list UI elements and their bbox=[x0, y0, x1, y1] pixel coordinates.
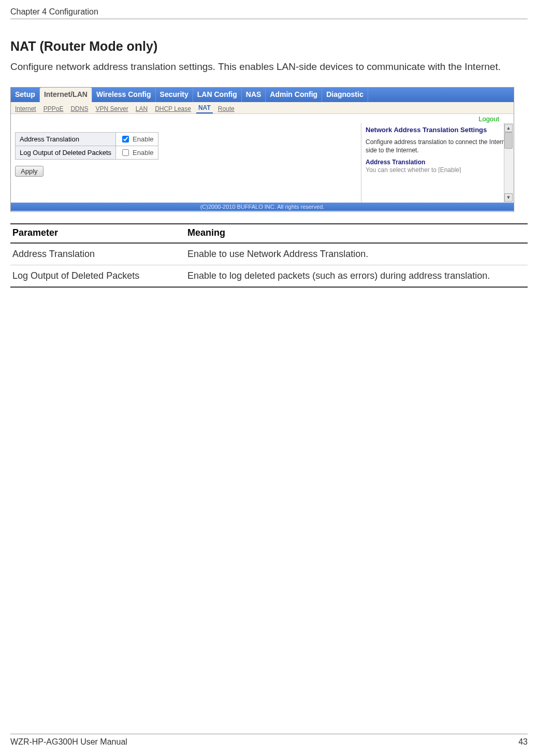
subtab-ddns[interactable]: DDNS bbox=[68, 105, 90, 113]
tab-nas[interactable]: NAS bbox=[242, 88, 266, 102]
subtab-internet[interactable]: Internet bbox=[13, 105, 38, 113]
scroll-thumb[interactable] bbox=[504, 132, 513, 149]
table-row: Address Translation Enable bbox=[16, 132, 158, 146]
tab-diagnostic[interactable]: Diagnostic bbox=[322, 88, 368, 102]
header-chapter: Chapter 4 Configuration bbox=[10, 0, 528, 19]
subtab-route[interactable]: Route bbox=[216, 105, 237, 113]
subtab-pppoe[interactable]: PPPoE bbox=[41, 105, 66, 113]
table-row: Log Output of Deleted Packets Enable to … bbox=[10, 265, 528, 287]
checkbox-label: Enable bbox=[133, 135, 153, 143]
logout-link[interactable]: Logout bbox=[478, 115, 499, 123]
subtab-lan[interactable]: LAN bbox=[134, 105, 150, 113]
table-row: Address Translation Enable to use Networ… bbox=[10, 243, 528, 265]
apply-button[interactable]: Apply bbox=[15, 166, 43, 177]
help-title: Network Address Translation Settings bbox=[366, 126, 512, 134]
scrollbar[interactable]: ▲ ▼ bbox=[504, 123, 514, 203]
tab-setup[interactable]: Setup bbox=[11, 88, 40, 102]
setting-label: Address Translation bbox=[16, 132, 116, 146]
checkbox-label: Enable bbox=[133, 149, 153, 156]
table-row: Log Output of Deleted Packets Enable bbox=[16, 146, 158, 159]
footer-manual: WZR-HP-AG300H User Manual bbox=[10, 737, 127, 747]
tab-internet-lan[interactable]: Internet/LAN bbox=[40, 88, 92, 102]
settings-table: Address Translation Enable Log Output of… bbox=[15, 132, 158, 160]
meaning-header: Meaning bbox=[185, 224, 528, 243]
meaning-cell: Enable to log deleted packets (such as e… bbox=[185, 265, 528, 287]
tab-security[interactable]: Security bbox=[156, 88, 193, 102]
setting-label: Log Output of Deleted Packets bbox=[16, 146, 116, 159]
tab-lan-config[interactable]: LAN Config bbox=[193, 88, 242, 102]
scroll-down-icon[interactable]: ▼ bbox=[504, 193, 513, 202]
meaning-cell: Enable to use Network Address Translatio… bbox=[185, 243, 528, 265]
param-cell: Address Translation bbox=[10, 243, 185, 265]
tab-wireless-config[interactable]: Wireless Config bbox=[92, 88, 156, 102]
log-output-checkbox[interactable] bbox=[122, 149, 129, 156]
param-header: Parameter bbox=[10, 224, 185, 243]
section-title: NAT (Router Mode only) bbox=[10, 39, 528, 54]
help-body: Configure address translation to connect… bbox=[366, 138, 512, 154]
help-subheading: Address Translation bbox=[366, 159, 512, 166]
sub-tabs: Internet PPPoE DDNS VPN Server LAN DHCP … bbox=[11, 102, 514, 114]
address-translation-checkbox[interactable] bbox=[122, 136, 129, 142]
router-screenshot: Setup Internet/LAN Wireless Config Secur… bbox=[10, 87, 514, 212]
copyright: (C)2000-2010 BUFFALO INC. All rights res… bbox=[11, 203, 514, 211]
help-panel: Network Address Translation Settings Con… bbox=[361, 123, 514, 203]
scroll-up-icon[interactable]: ▲ bbox=[504, 124, 513, 132]
help-trailing: You can select whether to [Enable] bbox=[366, 166, 512, 173]
subtab-vpn-server[interactable]: VPN Server bbox=[93, 105, 130, 113]
subtab-dhcp-lease[interactable]: DHCP Lease bbox=[153, 105, 193, 113]
subtab-nat[interactable]: NAT bbox=[196, 104, 213, 113]
param-cell: Log Output of Deleted Packets bbox=[10, 265, 185, 287]
tab-admin-config[interactable]: Admin Config bbox=[266, 88, 322, 102]
footer: WZR-HP-AG300H User Manual 43 bbox=[10, 734, 528, 756]
main-tabs: Setup Internet/LAN Wireless Config Secur… bbox=[11, 88, 514, 102]
section-intro: Configure network address translation se… bbox=[10, 60, 528, 74]
parameter-table: Parameter Meaning Address Translation En… bbox=[10, 223, 528, 288]
footer-page: 43 bbox=[518, 737, 528, 747]
